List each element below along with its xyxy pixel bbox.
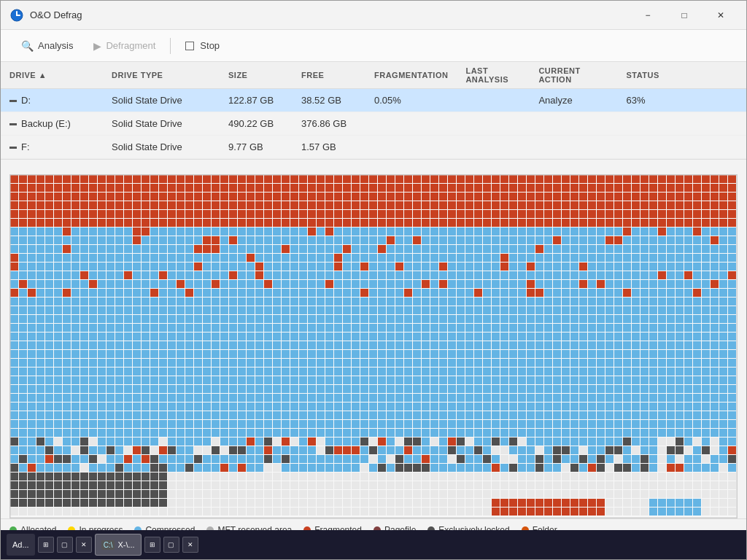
disk-map-canvas <box>10 175 737 518</box>
taskbar-btn-5[interactable]: ▢ <box>163 537 179 553</box>
taskbar-btn-1[interactable]: ⊞ <box>38 537 54 553</box>
analysis-icon: 🔍 <box>21 40 34 52</box>
disk-map-container <box>9 174 738 518</box>
content-area: DRIVE ▲ DRIVE TYPE SIZE FREE FRAGMENTATI… <box>1 62 746 559</box>
window-controls: − □ ✕ <box>631 4 738 27</box>
defragment-button[interactable]: ▶ Defragment <box>85 36 164 56</box>
drive-table: DRIVE ▲ DRIVE TYPE SIZE FREE FRAGMENTATI… <box>1 62 746 159</box>
taskbar-item-2[interactable]: C:\ X-\... <box>95 534 142 556</box>
defragment-icon: ▶ <box>93 40 101 52</box>
close-button[interactable]: ✕ <box>704 4 738 27</box>
main-window: O&O Defrag − □ ✕ 🔍 Analysis ▶ Defragment… <box>0 0 747 560</box>
col-header-free: FREE <box>293 62 365 89</box>
title-text: O&O Defrag <box>30 9 631 20</box>
col-header-type: DRIVE TYPE <box>103 62 220 89</box>
col-header-frag: FRAGMENTATION <box>365 62 457 89</box>
col-header-size: SIZE <box>220 62 293 89</box>
stop-icon <box>185 42 194 50</box>
table-row[interactable]: F: Solid State Drive 9.77 GB 1.57 GB <box>1 136 746 159</box>
taskbar-btn-6[interactable]: ✕ <box>182 537 198 553</box>
col-header-drive: DRIVE ▲ <box>1 62 103 89</box>
col-header-action: CURRENT ACTION <box>530 62 617 89</box>
minimize-button[interactable]: − <box>631 4 665 27</box>
app-icon <box>9 8 24 23</box>
taskbar-label-1: Ad... <box>12 540 29 549</box>
taskbar-btn-4[interactable]: ⊞ <box>144 537 160 553</box>
analysis-button[interactable]: 🔍 Analysis <box>12 36 82 56</box>
stop-button[interactable]: Stop <box>177 36 228 55</box>
table-row[interactable]: D: Solid State Drive 122.87 GB 38.52 GB … <box>1 89 746 112</box>
taskbar-item-1[interactable]: Ad... <box>7 534 35 556</box>
taskbar: Ad... ⊞ ▢ ✕ C:\ X-\... ⊞ ▢ ✕ <box>1 530 746 559</box>
maximize-button[interactable]: □ <box>667 4 701 27</box>
col-header-status: STATUS <box>617 62 746 89</box>
drive-table-container: DRIVE ▲ DRIVE TYPE SIZE FREE FRAGMENTATI… <box>1 62 746 160</box>
taskbar-icon-2: C:\ <box>101 540 115 550</box>
toolbar-separator <box>170 38 171 54</box>
taskbar-btn-3[interactable]: ✕ <box>76 537 92 553</box>
taskbar-btn-2[interactable]: ▢ <box>57 537 73 553</box>
table-row[interactable]: Backup (E:) Solid State Drive 490.22 GB … <box>1 112 746 136</box>
toolbar: 🔍 Analysis ▶ Defragment Stop <box>1 30 746 62</box>
col-header-last: LAST ANALYSIS <box>457 62 530 89</box>
title-bar: O&O Defrag − □ ✕ <box>1 1 746 30</box>
main-area <box>1 160 746 518</box>
taskbar-label-2: X-\... <box>117 540 134 549</box>
